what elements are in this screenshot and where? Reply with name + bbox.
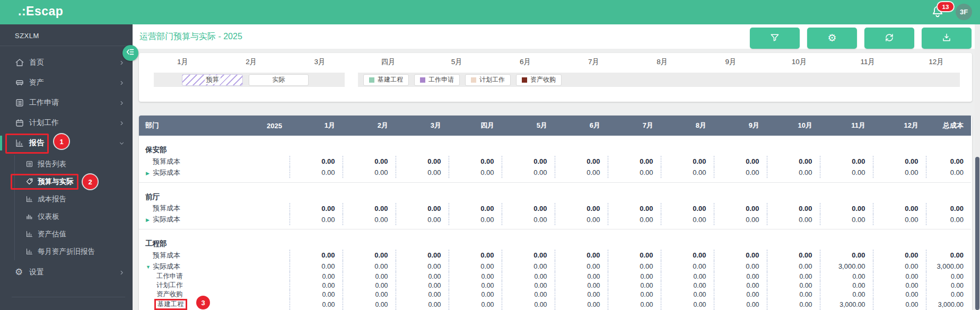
refresh-button[interactable] [864,28,914,49]
sidebar-item-home[interactable]: 首页 [0,52,133,73]
month-value-cell: 0.00 [502,281,555,290]
settings-button[interactable]: ⚙ [807,28,857,49]
month-label: 1月 [148,57,217,68]
month-value-cell: 0.00 [661,167,714,178]
legend-chip-4[interactable]: 资产收购 [516,74,562,86]
month-value-cell: 0.00 [873,299,926,310]
category-label: 基建工程 [158,300,184,308]
actual-cost-label: 实际成本 [153,169,180,176]
month-label: 10月 [765,57,834,68]
category-label-cell: 基建工程3 [139,299,290,310]
vertical-scrollbar [975,24,980,310]
month-value-cell: 0.00 [396,299,449,310]
month-value-cell: 0.00 [343,299,396,310]
month-value-cell: 0.00 [396,156,449,167]
tag-icon [25,178,33,185]
month-value-cell: 0.00 [767,167,820,178]
month-value-cell: 0.00 [290,299,343,310]
month-value-cell: 0.00 [290,167,343,178]
submenu-item-report-list[interactable]: 报告列表 [15,155,133,173]
toolbar: ⚙ [750,28,972,49]
actual-cost-label: 实际成本 [153,215,180,223]
total-value-cell: 0.00 [926,290,971,299]
month-value-cell: 0.00 [555,290,608,299]
month-value-cell: 0.00 [608,156,661,167]
month-value-cell: 0.00 [449,214,502,225]
user-avatar[interactable]: 3F [956,4,972,20]
gantt-month-axis: 1月2月3月四月5月6月7月8月9月10月11月12月 [148,57,970,68]
month-value-cell: 0.00 [767,203,820,214]
total-value-cell: 0.00 [926,250,971,261]
scrollbar-thumb[interactable] [975,157,979,310]
sidebar-item-label: 设置 [29,268,44,277]
column-header: 部门 [139,116,229,136]
month-value-cell: 0.00 [608,203,661,214]
legend-chip-actual[interactable]: 实际 [249,74,309,86]
sidebar-item-work-request[interactable]: 工作申请 [0,93,133,113]
sidebar-item-label: 计划工作 [29,118,59,128]
month-value-cell: 0.00 [502,214,555,225]
sidebar-item-assets[interactable]: 资产 [0,73,133,93]
submenu-item-dashboard[interactable]: 仪表板 [15,208,133,225]
month-value-cell: 0.00 [555,214,608,225]
month-value-cell: 0.00 [661,272,714,281]
month-value-cell: 0.00 [661,203,714,214]
month-value-cell: 0.00 [714,203,767,214]
submenu-item-budget-vs-actual[interactable]: 预算与实际 [15,173,133,190]
legend-color-swatch [522,77,527,83]
sidebar: SZXLM 首页资产工作申请计划工作报告 报告列表预算与实际成本报告仪表板资产估… [0,24,133,310]
month-value-cell: 0.00 [555,250,608,261]
category-label-cell: 工作申请 [139,272,290,281]
budget-cost-row: 预算成本0.000.000.000.000.000.000.000.000.00… [139,250,971,261]
category-row: 基建工程30.000.000.000.000.000.000.000.000.0… [139,299,971,310]
app-logo[interactable]: .:Escap [18,4,63,19]
chart-icon [25,230,33,238]
filter-button[interactable] [750,28,800,49]
month-value-cell: 0.00 [555,167,608,178]
submenu-item-asset-valuation[interactable]: 资产估值 [15,225,133,243]
legend-chip-2[interactable]: 工作申请 [414,74,460,86]
month-value-cell: 0.00 [449,261,502,272]
sidebar-item-planned-work[interactable]: 计划工作 [0,113,133,133]
actual-cost-row: ▶实际成本0.000.000.000.000.000.000.000.000.0… [139,214,971,225]
month-value-cell: 3,000.00 [820,299,873,310]
notifications-button[interactable]: 13 [930,4,947,21]
month-value-cell: 0.00 [873,156,926,167]
month-value-cell: 0.00 [555,281,608,290]
department-row: 工程部 [139,229,971,250]
submenu-item-monthly-depreciation[interactable]: 每月资产折旧报告 [15,243,133,260]
legend-chip-budget[interactable]: 预算 [182,74,243,86]
sidebar-item-settings[interactable]: ⚙设置 [0,262,133,282]
month-value-cell: 0.00 [661,261,714,272]
gear-icon: ⚙ [827,33,836,43]
legend-actual-label: 实际 [273,75,285,84]
budget-cost-row: 预算成本0.000.000.000.000.000.000.000.000.00… [139,203,971,214]
submenu-item-cost-report[interactable]: 成本报告 [15,190,133,208]
legend-chip-3[interactable]: 计划工作 [465,74,511,86]
column-header: 总成本 [926,116,971,136]
expand-toggle-icon[interactable]: ▶ [146,217,153,223]
actual-cost-cell: ▶实际成本 [139,167,290,178]
category-label: 资产收购 [156,290,183,298]
category-label: 工作申请 [156,272,183,280]
month-value-cell: 0.00 [449,281,502,290]
sidebar-collapse-button[interactable] [122,45,138,61]
budget-actual-table: 部门20251月2月3月四月5月6月7月8月9月10月11月12月总成本 保安部… [139,116,971,310]
legend-chip-1[interactable]: 基建工程 [363,74,409,86]
department-name: 工程部 [139,229,971,250]
sidebar-item-label: 首页 [29,58,44,67]
expand-toggle-icon[interactable]: ▶ [146,171,153,176]
month-value-cell: 0.00 [873,272,926,281]
month-label: 3月 [285,57,354,68]
chart-icon [25,247,33,255]
month-value-cell: 0.00 [290,272,343,281]
download-button[interactable] [922,28,972,49]
filter-icon [769,32,780,45]
annotation-badge-step3: 3 [196,296,210,309]
collapse-toggle-icon[interactable]: ▼ [146,264,153,270]
month-value-cell: 0.00 [608,261,661,272]
home-icon [15,58,24,67]
month-value-cell: 0.00 [290,261,343,272]
month-value-cell: 0.00 [661,214,714,225]
total-value-cell: 0.00 [926,214,971,225]
